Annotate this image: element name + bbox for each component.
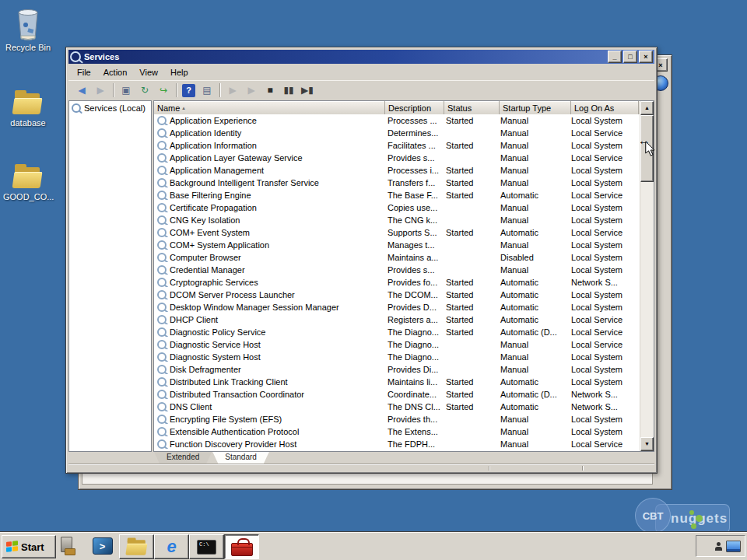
desktop-icon-label: database xyxy=(3,118,53,128)
cell-log-on-as: Local Service xyxy=(568,327,635,337)
service-gear-icon xyxy=(157,377,167,387)
watermark-dot xyxy=(691,523,696,529)
folder-icon xyxy=(3,80,53,116)
service-row[interactable]: Computer BrowserMaintains a...DisabledLo… xyxy=(154,251,640,264)
tab-extended[interactable]: Extended xyxy=(154,452,212,464)
service-gear-icon xyxy=(157,215,167,225)
column-header-log-on-as[interactable]: Log On As xyxy=(571,101,639,114)
cell-description: The CNG k... xyxy=(384,215,443,225)
cell-log-on-as: Local System xyxy=(568,265,635,275)
toolbar-group: ▶▶■▮▮▶▮ xyxy=(222,82,318,99)
service-row[interactable]: Distributed Link Tracking ClientMaintain… xyxy=(154,376,640,388)
service-row[interactable]: Cryptographic ServicesProvides fo...Star… xyxy=(154,276,640,289)
column-header-startup-type[interactable]: Startup Type xyxy=(500,101,571,114)
service-row[interactable]: DHCP ClientRegisters a...StartedAutomati… xyxy=(154,313,640,326)
scroll-down-icon[interactable]: ▼ xyxy=(640,437,654,451)
taskbar-button-admin-toolbox[interactable] xyxy=(224,534,259,559)
cell-name: Background Intelligent Transfer Service xyxy=(154,178,384,187)
cell-name: Function Discovery Provider Host xyxy=(154,439,384,449)
refresh-icon[interactable]: ↻ xyxy=(136,82,153,99)
menu-help[interactable]: Help xyxy=(164,66,195,79)
column-header-label: Name xyxy=(157,103,180,113)
service-row[interactable]: Application InformationFacilitates ...St… xyxy=(154,139,640,152)
service-row[interactable]: Disk DefragmenterProvides Di...ManualLoc… xyxy=(154,363,640,376)
column-header-description[interactable]: Description xyxy=(385,101,444,114)
start-service-icon[interactable]: ▶ xyxy=(224,82,241,99)
taskbar-button-command-prompt[interactable]: C:\ xyxy=(189,534,224,559)
desktop-icon-good-co[interactable]: GOOD_CO... xyxy=(3,154,53,201)
service-row[interactable]: Extensible Authentication ProtocolThe Ex… xyxy=(154,425,640,438)
cell-log-on-as: Local System xyxy=(568,415,635,424)
cell-description: The FDPH... xyxy=(384,439,443,449)
watermark-dot xyxy=(696,515,703,522)
scroll-up-icon[interactable]: ▲ xyxy=(640,101,654,115)
service-row[interactable]: COM+ Event SystemSupports S...StartedAut… xyxy=(154,226,640,239)
cell-status: Started xyxy=(443,377,497,387)
column-header-name[interactable]: Name▴ xyxy=(154,101,385,114)
title-bar[interactable]: Services _□× xyxy=(68,50,654,64)
service-row[interactable]: Function Discovery Provider HostThe FDPH… xyxy=(154,438,640,450)
tab-standard[interactable]: Standard xyxy=(212,452,269,464)
help-icon[interactable]: ? xyxy=(182,84,195,97)
forward-arrow-icon[interactable]: ▶ xyxy=(92,82,109,99)
service-row[interactable]: Diagnostic Policy ServiceThe Diagno...St… xyxy=(154,326,640,338)
service-row[interactable]: Encrypting File System (EFS)Provides th.… xyxy=(154,413,640,425)
cell-name: Diagnostic System Host xyxy=(154,352,384,362)
properties-window-icon[interactable]: ▤ xyxy=(198,82,216,99)
service-row[interactable]: Background Intelligent Transfer ServiceT… xyxy=(154,177,640,189)
column-header-label: Startup Type xyxy=(503,103,551,113)
cell-name: COM+ System Application xyxy=(154,240,384,250)
cell-description: Provides s... xyxy=(384,153,443,163)
export-list-icon[interactable]: ↪ xyxy=(155,82,172,99)
service-row[interactable]: Application ManagementProcesses i...Star… xyxy=(154,164,640,177)
menu-file[interactable]: File xyxy=(71,66,97,79)
service-row[interactable]: CNG Key IsolationThe CNG k...ManualLocal… xyxy=(154,214,640,226)
network-display-icon[interactable] xyxy=(726,541,741,552)
maximize-icon[interactable]: □ xyxy=(623,51,637,63)
service-row[interactable]: Distributed Transaction CoordinatorCoord… xyxy=(154,388,640,401)
service-row[interactable]: COM+ System ApplicationManages t...Manua… xyxy=(154,239,640,251)
service-row[interactable]: DCOM Server Process LauncherThe DCOM...S… xyxy=(154,289,640,301)
stop-service-icon[interactable]: ■ xyxy=(261,82,279,99)
column-header-status[interactable]: Status xyxy=(444,101,500,114)
desktop-icon-database[interactable]: database xyxy=(3,80,53,128)
service-row[interactable]: Diagnostic System HostThe Diagno...Manua… xyxy=(154,351,640,363)
close-icon[interactable]: × xyxy=(639,51,653,63)
resume-service-icon[interactable]: ▶ xyxy=(243,82,260,99)
minimize-icon[interactable]: _ xyxy=(608,51,622,63)
restart-service-icon[interactable]: ▶▮ xyxy=(299,82,316,99)
service-row[interactable]: Desktop Window Manager Session ManagerPr… xyxy=(154,301,640,313)
cell-description: Maintains li... xyxy=(384,377,443,387)
cell-description: Provides th... xyxy=(384,415,443,424)
console-tree-icon[interactable]: ▣ xyxy=(117,82,135,99)
service-row[interactable]: Application IdentityDetermines...ManualL… xyxy=(154,127,640,139)
service-gear-icon xyxy=(157,228,167,237)
service-row[interactable]: DNS ClientThe DNS Cl...StartedAutomaticN… xyxy=(154,401,640,413)
service-row[interactable]: Certificate PropagationCopies use...Manu… xyxy=(154,201,640,214)
cell-startup-type: Manual xyxy=(497,178,568,187)
service-gear-icon xyxy=(157,290,167,299)
user-session-icon[interactable] xyxy=(715,542,722,551)
cell-description: The Diagno... xyxy=(384,340,443,349)
taskbar-button-internet-explorer[interactable]: e xyxy=(154,534,189,559)
cell-startup-type: Manual xyxy=(497,153,568,163)
service-row[interactable]: Credential ManagerProvides s...ManualLoc… xyxy=(154,264,640,276)
taskbar-button-windows-explorer[interactable] xyxy=(119,534,154,559)
start-button[interactable]: Start xyxy=(2,535,56,558)
tree-item-services-local[interactable]: Services (Local) xyxy=(69,101,151,115)
service-row[interactable]: Application ExperienceProcesses ...Start… xyxy=(154,114,640,127)
quicklaunch-powershell[interactable]: > xyxy=(86,534,119,558)
menu-action[interactable]: Action xyxy=(97,66,134,79)
cell-startup-type: Manual xyxy=(497,215,568,225)
back-arrow-icon[interactable]: ◀ xyxy=(73,82,90,99)
pause-service-icon[interactable]: ▮▮ xyxy=(280,82,297,99)
service-row[interactable]: Base Filtering EngineThe Base F...Starte… xyxy=(154,189,640,201)
cell-status: Started xyxy=(443,278,497,287)
menu-view[interactable]: View xyxy=(133,66,164,79)
quicklaunch-server-manager[interactable] xyxy=(50,534,83,558)
desktop-icon-recycle-bin[interactable]: Recycle Bin xyxy=(3,5,53,52)
service-row[interactable]: Diagnostic Service HostThe Diagno...Manu… xyxy=(154,338,640,351)
cell-name: DNS Client xyxy=(154,402,384,411)
cell-name: DHCP Client xyxy=(154,315,384,324)
service-row[interactable]: Application Layer Gateway ServiceProvide… xyxy=(154,152,640,164)
